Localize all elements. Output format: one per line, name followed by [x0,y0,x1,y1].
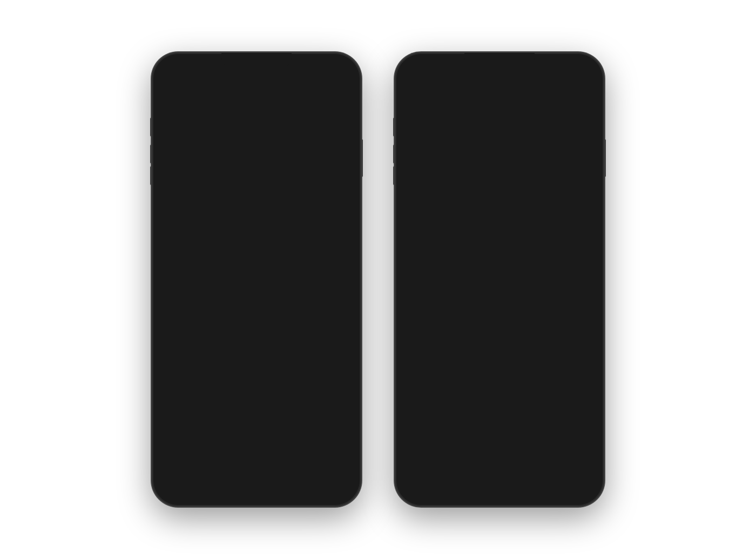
svg-rect-15 [576,71,585,74]
tabs-row-2: More Like This Trailers & More [406,399,593,413]
thumbnail-amandla-2[interactable]: N [406,418,466,461]
status-icons-1 [308,69,346,76]
meta-rating-2: TV-MA [425,241,447,249]
share-icon-1 [313,371,325,383]
svg-rect-0 [308,73,309,76]
thumbnail-amandla-1[interactable]: N [163,418,223,461]
svg-rect-6 [333,71,342,74]
action-row-2: + My List 👍 Rate Share [406,363,593,399]
rate-button-2[interactable]: 👍 Rate [494,371,508,393]
svg-rect-5 [344,71,346,74]
netflix-logo-1: N [163,213,168,221]
plus-icon-1: + [192,371,199,385]
svg-rect-14 [587,71,589,74]
phone-1: 3:35 [151,52,362,507]
signal-icon-1 [308,69,317,76]
description-2: Two inseparable Zulu siblings — one a po… [406,310,593,339]
thumbnails-row-2: N [406,413,593,461]
thumbsup-icon-2: 👍 [494,371,508,385]
rate-button-1[interactable]: 👍 Rate [251,371,265,393]
movie-title-1: Mother Android [163,223,350,237]
wifi-icon-2 [563,69,572,76]
my-list-button-2[interactable]: + My List [429,371,448,393]
play-label-2: Play [496,262,514,271]
meta-duration-1: 1h 46m [208,241,230,249]
meta-rating-1: TV-MA [182,241,204,249]
netflix-badge-amandla-2: N [408,420,416,428]
content-area-2: N FILM Fidelity 2022 TV-MA 1h 46m HD ⊡ ▶… [397,206,602,461]
netflix-badge-amandla-1: N [165,420,173,428]
meta-row-2: 2022 TV-MA 1h 46m HD ⊡ [406,241,593,249]
thumbnails-row-1: N [163,413,350,461]
meta-year-2: 2022 [406,241,421,249]
svg-rect-1 [310,72,312,76]
share-label-1: Share [311,385,327,391]
download-icon-1: ⬇ [231,288,237,297]
phone-2: 3:35 [394,52,605,507]
battery-icon-1 [332,69,346,76]
svg-rect-10 [554,72,555,76]
share-button-1[interactable]: Share [311,371,327,393]
download-label-1: Download [241,288,282,297]
tab-trailers-2[interactable]: Trailers & More [466,399,517,412]
my-list-label-2: My List [429,387,448,393]
download-button-2[interactable]: ⬇ Download [406,282,593,303]
my-list-button-1[interactable]: + My List [186,371,205,393]
play-icon-2: ▶ [485,262,491,271]
meta-cc-1: ⊡ [251,241,257,249]
film-label-1: FILM [172,214,188,220]
phone-screen-2: 3:35 [397,55,602,504]
play-button-1[interactable]: ▶ Play [163,256,350,277]
thumbnail-collision-1[interactable] [226,418,286,461]
svg-rect-9 [551,73,552,76]
netflix-badge-2: N FILM [406,213,593,221]
thumbnail-kalushi-2[interactable] [533,418,593,461]
play-button-2[interactable]: ▶ Play [406,256,593,277]
download-label-2: Download [484,288,525,297]
description-1: Two inseparable Zulu siblings — one a po… [163,310,350,339]
tab-more-like-this-2[interactable]: More Like This [406,399,455,412]
tabs-row-1: More Like This Trailers & More [163,399,350,413]
status-bar-1: 3:35 [154,55,359,79]
svg-rect-12 [558,69,560,76]
content-area-1: N FILM Mother Android 2022 TV-MA 1h 46m … [154,206,359,461]
status-icons-2 [551,69,589,76]
rate-label-1: Rate [252,387,264,393]
status-time-2: 3:35 [410,66,427,76]
play-label-1: Play [253,262,271,271]
status-time-1: 3:35 [167,66,184,76]
download-icon-2: ⬇ [474,288,480,297]
cast-info-2: Cast: Lemogang Tsipa, Thabiso Masoti, Th… [406,343,593,352]
wifi-icon-1 [320,69,329,76]
hero-gradient-1 [154,163,359,206]
meta-hd-1: HD [234,241,246,249]
meta-duration-2: 1h 46m [451,241,473,249]
rate-label-2: Rate [495,387,507,393]
director-info-2: Director: Nerina De Jager [406,353,593,363]
svg-rect-2 [313,71,314,76]
svg-rect-3 [315,69,317,76]
plus-icon-2: + [435,371,442,385]
battery-icon-2 [575,69,589,76]
tab-more-like-this-1[interactable]: More Like This [163,399,212,412]
tab-trailers-1[interactable]: Trailers & More [223,399,274,412]
meta-year-1: 2022 [163,241,178,249]
download-button-1[interactable]: ⬇ Download [163,282,350,303]
share-label-2: Share [554,385,570,391]
thumbsup-icon-1: 👍 [251,371,265,385]
phone-screen-1: 3:35 [154,55,359,504]
signal-icon-2 [551,69,560,76]
meta-row-1: 2022 TV-MA 1h 46m HD ⊡ [163,241,350,249]
thumbnail-collision-2[interactable] [469,418,529,461]
share-button-2[interactable]: Share [554,371,570,393]
status-bar-2: 3:35 [397,55,602,79]
play-icon-1: ▶ [242,262,248,271]
my-list-label-1: My List [186,387,205,393]
film-label-2: FILM [415,214,431,220]
thumbnail-kalushi-1[interactable] [290,418,350,461]
action-row-1: + My List 👍 Rate Share [163,363,350,399]
netflix-badge-1: N FILM [163,213,350,221]
netflix-logo-2: N [406,213,411,221]
cast-info-1: Cast: Lemogang Tsipa, Thabiso Masoti, Th… [163,343,350,352]
meta-hd-2: HD [477,241,489,249]
